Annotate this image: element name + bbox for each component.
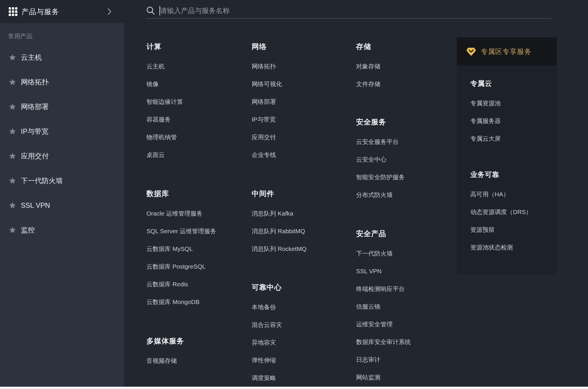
menu-item[interactable]: 异地容灾 <box>252 334 347 351</box>
menu-item[interactable]: 企业专线 <box>252 146 347 164</box>
menu-item[interactable]: 日志审计 <box>356 351 452 368</box>
menu-item[interactable]: 云数据库 PostgreSQL <box>146 258 242 275</box>
menu-item[interactable]: 容器服务 <box>146 111 242 128</box>
sidebar-group-label: 常用产品 <box>8 32 124 40</box>
section-security-services: 安全服务 云安全服务平台云安全中心智能安全防护服务分布式防火墙 <box>356 116 452 204</box>
menu-item[interactable]: 智能边缘计算 <box>146 93 242 111</box>
section-items: 消息队列 Kafka消息队列 RabbitMQ消息队列 RocketMQ <box>252 205 347 258</box>
gem-badge-icon <box>466 47 476 56</box>
menu-item[interactable]: 数据库安全审计系统 <box>356 333 452 351</box>
section-multimedia: 多媒体服务 音视频存储 <box>146 335 242 370</box>
menu-item[interactable]: 网站监测 <box>356 368 452 386</box>
underlying-page-strip <box>0 387 588 389</box>
section-title: 网络 <box>252 41 347 52</box>
panel-group-title: 专属云 <box>470 78 551 89</box>
products-grid-icon <box>9 7 17 16</box>
sidebar-item[interactable]: 监控 <box>0 218 124 242</box>
section-title: 存储 <box>356 41 452 52</box>
menu-item[interactable]: 消息队列 RocketMQ <box>252 240 347 258</box>
search-bar <box>146 3 552 19</box>
menu-item[interactable]: 专属云大屏 <box>470 130 551 147</box>
menu-item[interactable]: 桌面云 <box>146 146 242 164</box>
menu-item[interactable]: 运维安全管理 <box>356 315 452 333</box>
star-icon[interactable] <box>9 103 16 111</box>
menu-item[interactable]: 云主机 <box>146 57 242 75</box>
menu-item[interactable]: 网络部署 <box>252 93 347 111</box>
menu-item[interactable]: 网络可视化 <box>252 75 347 93</box>
menu-item[interactable]: 消息队列 Kafka <box>252 205 347 222</box>
sidebar-title: 产品与服务 <box>21 7 108 17</box>
sidebar-item[interactable]: 应用交付 <box>0 144 124 168</box>
menu-item[interactable]: 应用交付 <box>252 128 347 146</box>
section-items: 对象存储文件存储 <box>356 57 452 93</box>
menu-item[interactable]: 信服云镜 <box>356 298 452 315</box>
sidebar-item-label: 云主机 <box>21 53 42 62</box>
section-middleware: 中间件 消息队列 Kafka消息队列 RabbitMQ消息队列 RocketMQ <box>252 188 347 258</box>
section-title: 安全服务 <box>356 116 452 128</box>
sidebar-item[interactable]: 网络部署 <box>0 94 124 119</box>
search-input[interactable] <box>160 7 552 15</box>
menu-item[interactable]: 云数据库 Redis <box>146 275 242 293</box>
section-reliability: 可靠中心 本地备份混合云容灾异地容灾弹性伸缩调度策略 <box>252 281 347 387</box>
star-icon[interactable] <box>9 226 16 234</box>
sidebar-item-label: 下一代防火墙 <box>21 176 63 185</box>
section-title: 数据库 <box>146 188 242 199</box>
sidebar-item[interactable]: 云主机 <box>0 45 124 70</box>
menu-item[interactable]: 对象存储 <box>356 57 452 75</box>
star-icon[interactable] <box>9 177 16 184</box>
menu-item[interactable]: 混合云容灾 <box>252 316 347 334</box>
menu-item[interactable]: 下一代防火墙 <box>356 245 452 262</box>
sidebar-item-label: IP与带宽 <box>21 127 48 136</box>
menu-item[interactable]: 物理机纳管 <box>146 128 242 146</box>
sidebar: 常用产品 云主机 网络拓扑 网络部署 <box>0 23 124 387</box>
sidebar-item[interactable]: 下一代防火墙 <box>0 168 124 193</box>
menu-item[interactable]: Oracle 运维管理服务 <box>146 205 242 222</box>
menu-item[interactable]: 云安全服务平台 <box>356 133 452 151</box>
menu-item[interactable]: 本地备份 <box>252 298 347 316</box>
menu-item[interactable]: 网络拓扑 <box>252 57 347 75</box>
sidebar-item-label: 应用交付 <box>21 151 49 161</box>
sidebar-item[interactable]: 网络拓扑 <box>0 70 124 94</box>
menu-item[interactable]: 云数据库 MongoDB <box>146 293 242 311</box>
menu-item[interactable]: 高可用（HA） <box>470 185 551 203</box>
menu-item[interactable]: IP与带宽 <box>252 111 347 128</box>
section-compute: 计算 云主机镜像智能边缘计算容器服务物理机纳管桌面云 <box>146 41 242 164</box>
section-network: 网络 网络拓扑网络可视化网络部署IP与带宽应用交付企业专线 <box>252 41 347 164</box>
menu-item[interactable]: 智能安全防护服务 <box>356 168 452 186</box>
menu-item[interactable]: 专属服务器 <box>470 112 551 130</box>
menu-item[interactable]: 音视频存储 <box>146 352 242 370</box>
star-icon[interactable] <box>9 202 16 209</box>
menu-item[interactable]: 镜像 <box>146 75 242 93</box>
section-items: 云主机镜像智能边缘计算容器服务物理机纳管桌面云 <box>146 57 242 164</box>
menu-item[interactable]: 终端检测响应平台 <box>356 280 452 298</box>
section-database: 数据库 Oracle 运维管理服务SQL Server 运维管理服务云数据库 M… <box>146 188 242 311</box>
star-icon[interactable] <box>9 128 16 135</box>
panel-group-title: 业务可靠 <box>470 169 551 180</box>
menu-item[interactable]: 资源池状态检测 <box>470 238 551 256</box>
chevron-right-icon[interactable] <box>108 8 112 15</box>
panel-group-dedicated-cloud: 专属云 专属资源池专属服务器专属云大屏 <box>470 78 551 147</box>
star-icon[interactable] <box>9 152 16 160</box>
menu-item[interactable]: 云安全中心 <box>356 151 452 168</box>
menu-item[interactable]: 专属资源池 <box>470 94 551 112</box>
menu-item[interactable]: 分布式防火墙 <box>356 186 452 204</box>
search-icon <box>146 6 156 16</box>
sidebar-item[interactable]: IP与带宽 <box>0 119 124 144</box>
menu-item[interactable]: 弹性伸缩 <box>252 351 347 369</box>
section-items: 云安全服务平台云安全中心智能安全防护服务分布式防火墙 <box>356 133 452 204</box>
section-items: 本地备份混合云容灾异地容灾弹性伸缩调度策略 <box>252 298 347 387</box>
section-title: 中间件 <box>252 188 347 199</box>
menu-item[interactable]: SSL VPN <box>356 262 452 280</box>
star-icon[interactable] <box>9 54 16 61</box>
sidebar-item-label: 监控 <box>21 225 35 235</box>
menu-item[interactable]: SQL Server 运维管理服务 <box>146 222 242 240</box>
menu-item[interactable]: 云数据库 MySQL <box>146 240 242 258</box>
section-items: Oracle 运维管理服务SQL Server 运维管理服务云数据库 MySQL… <box>146 205 242 311</box>
menu-item[interactable]: 消息队列 RabbitMQ <box>252 222 347 240</box>
sidebar-item[interactable]: SSL VPN <box>0 193 124 218</box>
menu-item[interactable]: 动态资源调度（DRS） <box>470 203 551 221</box>
star-icon[interactable] <box>9 78 16 86</box>
menu-item[interactable]: 资源预留 <box>470 221 551 238</box>
menu-item[interactable]: 调度策略 <box>252 369 347 387</box>
menu-item[interactable]: 文件存储 <box>356 75 452 93</box>
